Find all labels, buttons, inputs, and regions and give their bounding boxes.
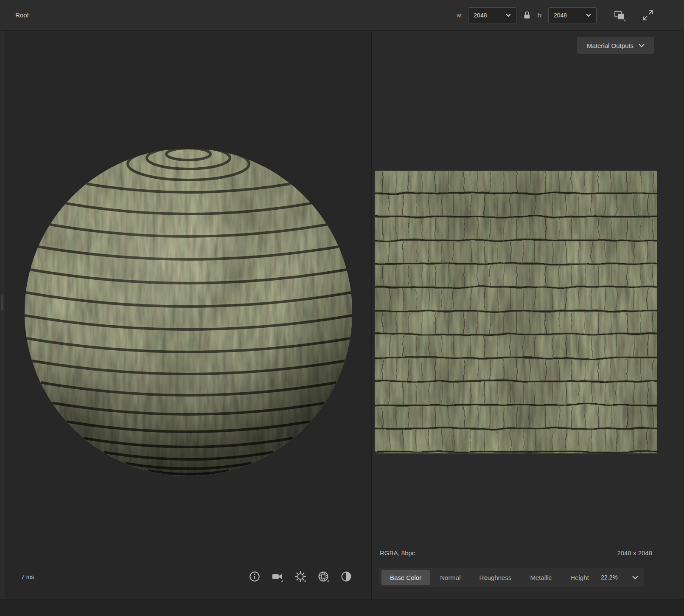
chevron-down-icon — [632, 576, 638, 579]
top-toolbar: Roof w: 2048 h: 2048 — [0, 0, 684, 31]
lock-icon[interactable] — [522, 10, 532, 20]
width-label: w: — [457, 12, 463, 19]
width-select[interactable]: 2048 — [468, 7, 516, 23]
material-sphere-3d[interactable] — [6, 31, 371, 599]
texture-resolution-label: 2048 x 2048 — [617, 549, 652, 557]
zoom-control[interactable]: 22.2% — [598, 568, 644, 587]
panel-splitter-handle[interactable] — [1, 295, 3, 310]
geometry-globe-icon[interactable] — [317, 571, 329, 582]
render-time-label: 7 ms — [21, 574, 34, 580]
viewport-toolbar — [249, 571, 352, 582]
tab-normal[interactable]: Normal — [432, 570, 469, 585]
document-title: Roof — [15, 11, 29, 19]
tab-roughness[interactable]: Roughness — [471, 570, 520, 585]
width-value: 2048 — [474, 12, 506, 19]
camera-icon[interactable] — [272, 571, 283, 582]
texture-format-label: RGBA, 8bpc — [380, 549, 415, 557]
tab-height[interactable]: Height — [562, 570, 597, 585]
left-rail — [0, 31, 5, 599]
tab-metallic[interactable]: Metallic — [521, 570, 560, 585]
viewport-3d-pane: 7 ms — [6, 31, 371, 599]
display-mode-icon[interactable] — [340, 571, 352, 582]
height-value: 2048 — [554, 12, 586, 19]
size-controls: w: 2048 h: 2048 — [457, 7, 653, 23]
window-bottom-strip — [0, 599, 684, 616]
channel-tabs: Base Color Normal Roughness Metallic Hei… — [379, 568, 598, 587]
height-select[interactable]: 2048 — [548, 7, 597, 23]
layout-toggle-icon[interactable] — [613, 9, 626, 22]
chevron-down-icon — [506, 14, 511, 17]
tab-base-color[interactable]: Base Color — [381, 570, 430, 585]
environment-icon[interactable] — [294, 571, 306, 582]
material-outputs-button[interactable]: Material Outputs — [577, 37, 654, 54]
material-outputs-label: Material Outputs — [587, 42, 634, 49]
chevron-down-icon — [586, 14, 591, 17]
chevron-down-icon — [639, 44, 645, 48]
info-icon[interactable] — [249, 571, 261, 582]
height-label: h: — [538, 12, 543, 19]
texture-2d-view[interactable] — [375, 171, 657, 453]
zoom-value: 22.2% — [601, 574, 618, 581]
channel-tabs-bar: Base Color Normal Roughness Metallic Hei… — [379, 568, 644, 587]
viewport-2d-pane: Material Outputs — [372, 31, 684, 599]
fullscreen-icon[interactable] — [642, 10, 653, 21]
